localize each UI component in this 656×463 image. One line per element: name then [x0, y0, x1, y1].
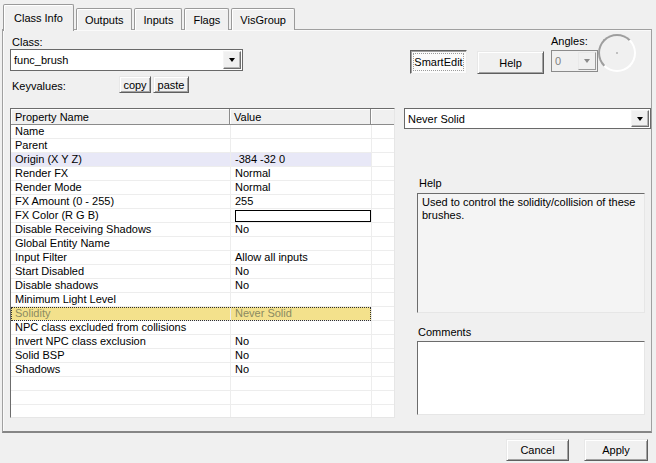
property-value-cell[interactable]: [230, 139, 371, 153]
property-value-cell[interactable]: Normal: [230, 167, 371, 181]
copy-button[interactable]: copy: [119, 76, 151, 93]
property-name-cell[interactable]: Start Disabled: [11, 265, 230, 279]
class-dropdown[interactable]: func_brush: [10, 49, 243, 71]
help-button-label: Help: [499, 57, 522, 69]
property-name-cell[interactable]: Solidity: [11, 307, 230, 321]
help-text-box: Used to control the solidity/collision o…: [417, 193, 645, 313]
help-button[interactable]: Help: [477, 51, 544, 74]
color-swatch[interactable]: [235, 210, 371, 222]
help-section-label: Help: [419, 177, 442, 189]
property-name-cell[interactable]: Solid BSP: [11, 349, 230, 363]
smartedit-button[interactable]: SmartEdit: [410, 50, 467, 74]
tab-class-info[interactable]: Class Info: [3, 4, 74, 31]
keyvalues-label: Keyvalues:: [12, 80, 66, 92]
angles-dropdown-button[interactable]: [578, 52, 596, 70]
tab-inputs[interactable]: Inputs: [134, 8, 182, 30]
property-value-cell[interactable]: [230, 125, 371, 139]
table-extra-cell: [371, 139, 394, 153]
property-name-cell[interactable]: Parent: [11, 139, 230, 153]
table-extra-cell: [371, 349, 394, 363]
property-value-cell[interactable]: No: [230, 223, 371, 237]
table-row[interactable]: Origin (X Y Z)-384 -32 0: [11, 153, 394, 167]
angle-picker-circle[interactable]: [598, 34, 636, 72]
property-name-cell[interactable]: Input Filter: [11, 251, 230, 265]
property-name-cell[interactable]: Render Mode: [11, 181, 230, 195]
property-value-cell[interactable]: -384 -32 0: [230, 153, 371, 167]
paste-button[interactable]: paste: [153, 76, 189, 93]
table-row[interactable]: Input FilterAllow all inputs: [11, 251, 394, 265]
table-row[interactable]: Parent: [11, 139, 394, 153]
table-extra-cell: [371, 363, 394, 377]
solidity-value-dropdown-button[interactable]: [631, 110, 649, 127]
chevron-down-icon: [637, 117, 643, 121]
property-name-cell[interactable]: FX Color (R G B): [11, 209, 230, 223]
column-header-extra: [371, 109, 394, 125]
property-name-cell[interactable]: Disable Receiving Shadows: [11, 223, 230, 237]
table-row[interactable]: Start DisabledNo: [11, 265, 394, 279]
property-value-cell[interactable]: No: [230, 279, 371, 293]
property-value-cell[interactable]: No: [230, 363, 371, 377]
class-dropdown-value: func_brush: [11, 54, 222, 66]
property-table-body: NameParentOrigin (X Y Z)-384 -32 0Render…: [11, 125, 394, 418]
property-name-cell[interactable]: FX Amount (0 - 255): [11, 195, 230, 209]
cancel-button[interactable]: Cancel: [506, 439, 569, 461]
chevron-down-icon: [584, 59, 590, 63]
property-value-cell[interactable]: 255: [230, 195, 371, 209]
table-row[interactable]: FX Color (R G B): [11, 209, 394, 223]
property-name-cell[interactable]: Disable shadows: [11, 279, 230, 293]
class-dropdown-button[interactable]: [223, 51, 241, 69]
table-row[interactable]: ShadowsNo: [11, 363, 394, 377]
table-empty-cell: [371, 405, 394, 418]
property-value-cell[interactable]: Normal: [230, 181, 371, 195]
table-row[interactable]: Render ModeNormal: [11, 181, 394, 195]
table-row[interactable]: Minimum Light Level: [11, 293, 394, 307]
table-row[interactable]: Disable Receiving ShadowsNo: [11, 223, 394, 237]
tab-visgroup[interactable]: VisGroup: [231, 8, 295, 30]
paste-button-label: paste: [158, 79, 185, 91]
property-value-cell[interactable]: Never Solid: [230, 307, 371, 321]
property-value-cell[interactable]: [230, 293, 371, 307]
property-name-cell[interactable]: NPC class excluded from collisions: [11, 321, 230, 335]
class-label: Class:: [12, 36, 43, 48]
property-name-cell[interactable]: Minimum Light Level: [11, 293, 230, 307]
table-extra-cell: [371, 265, 394, 279]
property-value-cell[interactable]: [230, 321, 371, 335]
property-value-cell[interactable]: Allow all inputs: [230, 251, 371, 265]
solidity-value-dropdown[interactable]: Never Solid: [404, 108, 651, 129]
table-row[interactable]: Name: [11, 125, 394, 139]
table-row[interactable]: FX Amount (0 - 255)255: [11, 195, 394, 209]
property-name-cell[interactable]: Name: [11, 125, 230, 139]
property-value-cell[interactable]: No: [230, 335, 371, 349]
comments-input[interactable]: [417, 341, 645, 415]
property-value-cell[interactable]: [230, 237, 371, 251]
property-value-cell[interactable]: No: [230, 265, 371, 279]
apply-button[interactable]: Apply: [584, 439, 648, 461]
property-name-cell[interactable]: Global Entity Name: [11, 237, 230, 251]
column-header-property-name[interactable]: Property Name: [11, 109, 230, 125]
property-name-cell[interactable]: Shadows: [11, 363, 230, 377]
table-row[interactable]: SolidityNever Solid: [11, 307, 394, 321]
object-properties-dialog: Class Info Outputs Inputs Flags VisGroup…: [0, 0, 656, 463]
table-row[interactable]: Invert NPC class exclusionNo: [11, 335, 394, 349]
property-name-cell[interactable]: Invert NPC class exclusion: [11, 335, 230, 349]
tab-outputs[interactable]: Outputs: [76, 8, 133, 30]
table-row[interactable]: NPC class excluded from collisions: [11, 321, 394, 335]
property-name-cell[interactable]: Origin (X Y Z): [11, 153, 230, 167]
table-row[interactable]: Render FXNormal: [11, 167, 394, 181]
tab-strip: Class Info Outputs Inputs Flags VisGroup: [3, 4, 297, 30]
table-row[interactable]: Disable shadowsNo: [11, 279, 394, 293]
table-empty-cell: [371, 391, 394, 405]
property-value-cell[interactable]: No: [230, 349, 371, 363]
column-header-value[interactable]: Value: [230, 109, 371, 125]
table-extra-cell: [371, 181, 394, 195]
table-row[interactable]: Global Entity Name: [11, 237, 394, 251]
copy-button-label: copy: [123, 79, 146, 91]
property-name-cell[interactable]: Render FX: [11, 167, 230, 181]
table-row[interactable]: Solid BSPNo: [11, 349, 394, 363]
angles-dropdown[interactable]: 0: [551, 50, 598, 72]
table-extra-cell: [371, 167, 394, 181]
property-table[interactable]: Property Name Value NameParentOrigin (X …: [10, 108, 395, 418]
tab-flags[interactable]: Flags: [184, 8, 229, 30]
property-value-cell[interactable]: [230, 209, 371, 223]
apply-button-label: Apply: [602, 444, 630, 456]
